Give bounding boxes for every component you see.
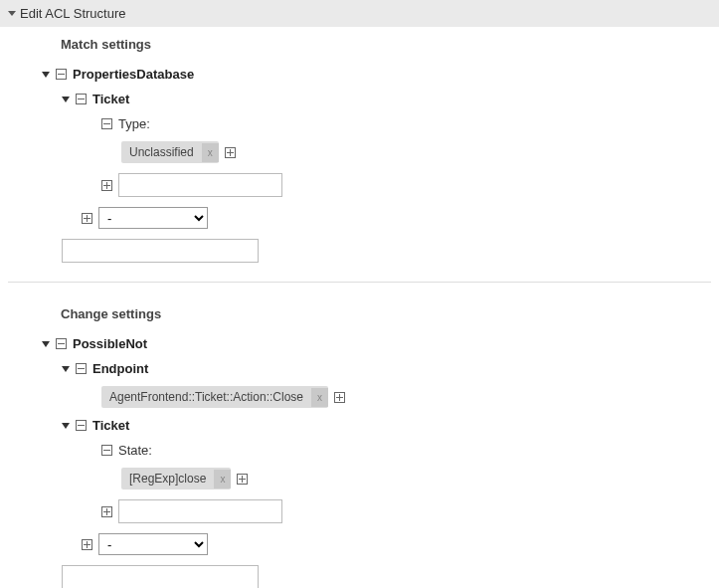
collapse-caret-icon (8, 11, 16, 16)
collapse-box-icon[interactable] (56, 69, 67, 80)
collapse-box-icon[interactable] (76, 363, 87, 374)
type-tag: Unclassified x (121, 141, 219, 163)
add-box-icon[interactable] (334, 392, 345, 403)
match-ticket-row: Ticket (0, 87, 719, 111)
change-ticket-label: Ticket (92, 418, 129, 433)
match-root-row: PropertiesDatabase (0, 62, 719, 87)
change-root-row: PossibleNot (0, 331, 719, 356)
collapse-box-icon[interactable] (56, 338, 67, 349)
collapse-box-icon[interactable] (101, 445, 112, 456)
remove-tag-button[interactable]: x (214, 470, 231, 489)
change-ticket-add-row: - (0, 528, 719, 560)
match-ticket-add-row: - (0, 202, 719, 234)
collapse-box-icon[interactable] (101, 118, 112, 129)
match-type-value-row: Unclassified x (0, 136, 719, 168)
match-root-label: PropertiesDatabase (73, 67, 194, 82)
expand-toggle-icon[interactable] (42, 72, 50, 78)
remove-tag-button[interactable]: x (311, 388, 328, 407)
collapse-box-icon[interactable] (76, 94, 87, 104)
match-root-add-row (0, 234, 719, 268)
change-endpoint-row: Endpoint (0, 356, 719, 381)
match-type-row: Type: (0, 111, 719, 136)
state-tag-text: [RegExp]close (121, 468, 214, 490)
new-value-input[interactable] (118, 173, 282, 197)
add-box-icon[interactable] (82, 539, 92, 550)
type-tag-text: Unclassified (121, 141, 202, 163)
section-divider (8, 282, 711, 283)
add-box-icon[interactable] (101, 506, 112, 517)
remove-tag-button[interactable]: x (202, 143, 219, 162)
panel-title: Edit ACL Structure (20, 6, 125, 21)
match-type-add-row (0, 168, 719, 202)
add-box-icon[interactable] (101, 180, 112, 191)
new-item-input[interactable] (62, 239, 259, 263)
new-value-input[interactable] (118, 499, 282, 523)
collapse-box-icon[interactable] (76, 420, 87, 431)
add-box-icon[interactable] (237, 474, 248, 485)
change-root-add-row (0, 560, 719, 588)
panel-header[interactable]: Edit ACL Structure (0, 0, 719, 27)
change-state-row: State: (0, 438, 719, 463)
change-endpoint-label: Endpoint (92, 361, 148, 376)
change-state-label: State: (118, 443, 152, 458)
change-endpoint-value-row: AgentFrontend::Ticket::Action::Close x (0, 381, 719, 413)
add-box-icon[interactable] (82, 213, 92, 224)
match-settings-heading: Match settings (0, 27, 719, 62)
change-root-label: PossibleNot (73, 336, 147, 351)
expand-toggle-icon[interactable] (42, 341, 50, 347)
endpoint-tag-text: AgentFrontend::Ticket::Action::Close (101, 386, 311, 408)
expand-toggle-icon[interactable] (62, 423, 70, 429)
change-state-add-row (0, 494, 719, 528)
state-tag: [RegExp]close x (121, 468, 231, 490)
change-ticket-row: Ticket (0, 413, 719, 438)
match-ticket-label: Ticket (92, 92, 129, 106)
attribute-select[interactable]: - (98, 207, 208, 229)
expand-toggle-icon[interactable] (62, 97, 70, 102)
add-box-icon[interactable] (225, 147, 236, 158)
expand-toggle-icon[interactable] (62, 366, 70, 372)
match-type-label: Type: (118, 116, 150, 131)
endpoint-tag: AgentFrontend::Ticket::Action::Close x (101, 386, 328, 408)
change-state-value-row: [RegExp]close x (0, 463, 719, 494)
attribute-select[interactable]: - (98, 533, 208, 555)
change-settings-heading: Change settings (0, 296, 719, 331)
new-item-input[interactable] (62, 565, 259, 588)
